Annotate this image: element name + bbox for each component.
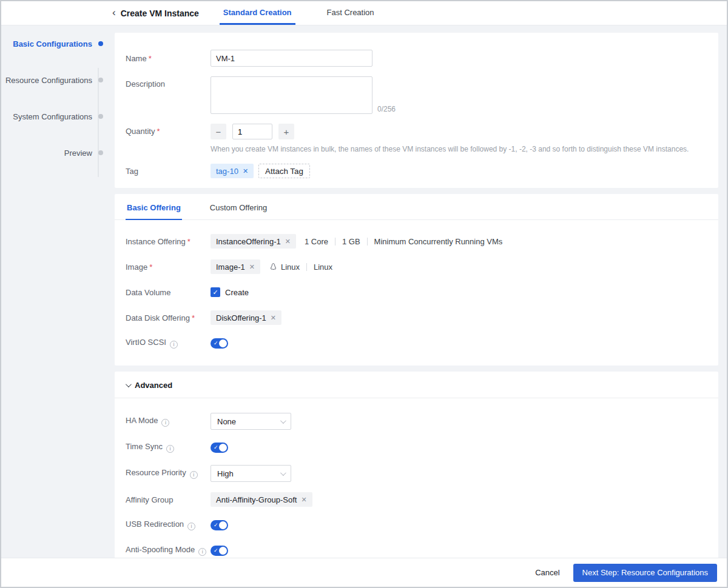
tag-chip: tag-10 ✕ [211, 164, 254, 178]
label-text: Resource Priority [126, 468, 186, 477]
cancel-button[interactable]: Cancel [535, 568, 559, 577]
data-volume-row: Data Volume ✓ Create [126, 284, 707, 300]
usb-redirection-label: USB Redirectioni [126, 520, 211, 530]
chip-text: DiskOffering-1 [216, 313, 266, 322]
quantity-help-text: When you create VM instances in bulk, th… [211, 145, 689, 153]
page-body: Basic Configurations Resource Configurat… [1, 25, 727, 558]
remove-tag-icon[interactable]: ✕ [243, 167, 248, 175]
page-footer: Cancel Next Step: Resource Configuration… [1, 558, 727, 587]
required-marker: * [187, 237, 190, 246]
step-label: Preview [64, 149, 92, 158]
check-icon: ✓ [214, 444, 218, 451]
usb-redirection-toggle[interactable]: ✓ [211, 520, 228, 530]
offering-tabs: Basic Offering Custom Offering [115, 194, 718, 220]
data-volume-checkbox-label: Create [225, 288, 249, 297]
sidebar-item-basic-configurations[interactable]: Basic Configurations [1, 25, 113, 62]
page-header: ‹ Create VM Instance Standard Creation F… [1, 1, 727, 25]
description-row: Description 0/256 [126, 76, 707, 114]
basic-info-card: Name* Description 0/256 Quantity* [115, 33, 718, 188]
advanced-title: Advanced [135, 381, 172, 390]
ha-mode-select[interactable]: None [211, 413, 291, 430]
anti-spoofing-toggle[interactable]: ✓ [211, 546, 228, 556]
toggle-knob [219, 521, 227, 529]
sidebar-item-preview[interactable]: Preview [1, 135, 113, 171]
resource-priority-label: Resource Priorityi [126, 468, 211, 479]
required-marker: * [192, 313, 195, 322]
virtio-scsi-toggle[interactable]: ✓ [211, 338, 228, 349]
divider [306, 263, 307, 271]
instance-offering-label: Instance Offering* [126, 237, 211, 246]
quantity-decrement-button[interactable]: − [211, 124, 226, 139]
step-label: System Configurations [13, 112, 92, 121]
select-value: None [217, 417, 236, 426]
image-os: Linux [281, 262, 300, 272]
attach-tag-button[interactable]: Attach Tag [258, 164, 310, 178]
name-input[interactable] [211, 50, 372, 67]
step-label: Resource Configurations [5, 76, 92, 85]
remove-affinity-group-icon[interactable]: ✕ [301, 496, 306, 504]
data-volume-checkbox[interactable]: ✓ [211, 287, 220, 297]
chip-text: InstanceOffering-1 [216, 237, 281, 246]
advanced-section-header[interactable]: Advanced [115, 372, 718, 398]
offering-card: Basic Offering Custom Offering Instance … [115, 194, 718, 366]
tab-custom-offering[interactable]: Custom Offering [209, 194, 268, 220]
info-icon[interactable]: i [198, 548, 206, 556]
label-text: Quantity [126, 127, 155, 136]
tab-fast-creation[interactable]: Fast Creation [323, 1, 378, 25]
label-text: HA Mode [126, 416, 158, 425]
quantity-input[interactable] [232, 124, 272, 139]
info-icon[interactable]: i [190, 471, 198, 479]
tag-row: Tag tag-10 ✕ Attach Tag [126, 163, 707, 179]
description-textarea[interactable] [211, 76, 372, 114]
divider [335, 238, 335, 246]
chevron-down-icon [280, 418, 286, 424]
label-text: USB Redirection [126, 520, 184, 529]
divider [367, 238, 368, 246]
quantity-increment-button[interactable]: + [278, 124, 294, 139]
step-dot [98, 114, 103, 119]
info-icon[interactable]: i [166, 445, 174, 453]
info-icon[interactable]: i [161, 419, 169, 427]
label-text: Instance Offering [126, 237, 186, 246]
info-icon[interactable]: i [170, 341, 178, 349]
ha-mode-row: HA Modei None [126, 413, 707, 430]
tab-standard-creation[interactable]: Standard Creation [220, 1, 295, 25]
info-icon[interactable]: i [187, 523, 195, 530]
tab-basic-offering[interactable]: Basic Offering [126, 194, 182, 220]
label-text: Name [126, 54, 147, 63]
resource-priority-select[interactable]: High [211, 465, 291, 482]
required-marker: * [157, 127, 160, 136]
step-sidebar: Basic Configurations Resource Configurat… [1, 25, 113, 558]
advanced-card: Advanced HA Modei None Ti [115, 372, 718, 558]
remove-instance-offering-icon[interactable]: ✕ [285, 238, 291, 246]
toggle-knob [219, 339, 227, 347]
next-step-button[interactable]: Next Step: Resource Configurations [573, 564, 717, 582]
check-icon: ✓ [214, 340, 218, 347]
ha-mode-label: HA Modei [126, 416, 211, 427]
name-row: Name* [126, 50, 707, 67]
affinity-group-row: Affinity Group Anti-Affinity-Group-Soft … [126, 492, 707, 507]
label-text: Data Disk Offering [126, 313, 190, 322]
sidebar-item-system-configurations[interactable]: System Configurations [1, 98, 113, 135]
chip-text: Image-1 [216, 262, 245, 272]
label-text: VirtIO SCSI [126, 338, 166, 347]
step-dot [98, 78, 103, 82]
chip-text: Anti-Affinity-Group-Soft [216, 495, 297, 504]
remove-data-disk-offering-icon[interactable]: ✕ [271, 314, 276, 322]
remove-image-icon[interactable]: ✕ [249, 263, 255, 271]
image-row: Image* Image-1 ✕ Linux Linux [126, 259, 707, 275]
memory-info: 1 GB [342, 237, 360, 246]
instance-offering-meta: 1 Core 1 GB Minimum Concurrently Running… [305, 237, 502, 246]
char-counter: 0/256 [377, 105, 396, 114]
data-disk-offering-label: Data Disk Offering* [126, 313, 211, 322]
back-icon[interactable]: ‹ [112, 7, 116, 19]
instance-offering-chip: InstanceOffering-1 ✕ [211, 234, 296, 249]
tag-chip-text: tag-10 [216, 167, 238, 176]
time-sync-toggle[interactable]: ✓ [211, 443, 228, 453]
image-label: Image* [126, 262, 211, 272]
virtio-scsi-label: VirtIO SCSIi [126, 338, 211, 349]
sidebar-item-resource-configurations[interactable]: Resource Configurations [1, 62, 113, 98]
image-chip: Image-1 ✕ [211, 259, 260, 274]
creation-mode-tabs: Standard Creation Fast Creation [220, 1, 378, 25]
chevron-down-icon [280, 470, 286, 476]
